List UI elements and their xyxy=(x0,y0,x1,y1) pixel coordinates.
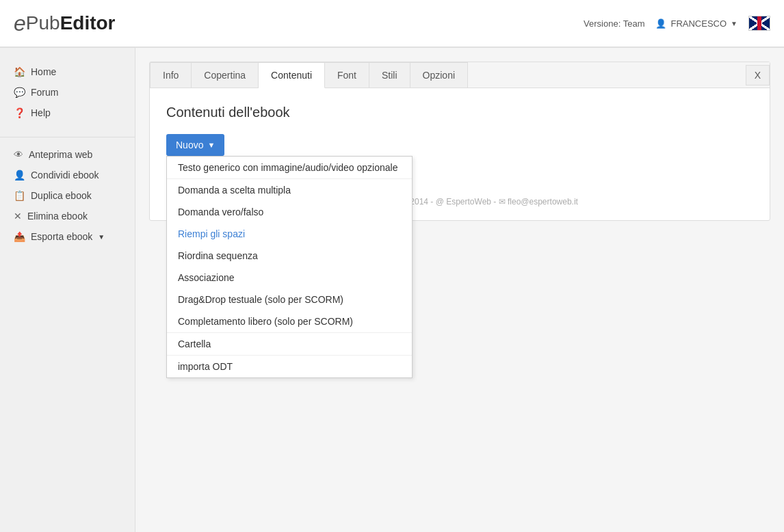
main-content: Info Copertina Contenuti Font Stili Opzi… xyxy=(135,48,784,532)
tab-stili[interactable]: Stili xyxy=(369,62,410,88)
sidebar-item-condividi[interactable]: 👤 Condividi ebook xyxy=(0,165,135,185)
help-icon: ❓ xyxy=(14,107,25,118)
esporta-caret-icon: ▼ xyxy=(98,233,105,241)
dropdown-item-completamento[interactable]: Completamento libero (solo per SCORM) xyxy=(167,310,412,332)
tab-close-button[interactable]: X xyxy=(746,65,770,85)
dropdown-item-riempi-spazi[interactable]: Riempi gli spazi xyxy=(167,223,412,245)
sidebar-bottom-section: 👁 Anteprima web 👤 Condividi ebook 📋 Dupl… xyxy=(0,144,135,247)
home-icon: 🏠 xyxy=(14,66,25,77)
sidebar-item-help[interactable]: ❓ Help xyxy=(0,103,135,123)
user-icon: 👤 xyxy=(655,18,666,29)
user-name: FRANCESCO xyxy=(670,18,727,29)
user-caret-icon: ▼ xyxy=(731,20,737,27)
tab-content-area: Contenuti dell'ebook Nuovo ▼ Testo gener… xyxy=(150,88,770,183)
nuovo-dropdown-menu: Testo generico con immagine/audio/video … xyxy=(166,156,413,378)
dropdown-item-cartella[interactable]: Cartella xyxy=(167,333,412,355)
header: e Pub Editor Versione: Team 👤 FRANCESCO … xyxy=(0,0,784,48)
dropdown-item-importa-odt[interactable]: importa ODT xyxy=(167,356,412,377)
nuovo-label: Nuovo xyxy=(176,139,203,150)
dropdown-item-associazione[interactable]: Associazione xyxy=(167,267,412,289)
dropdown-item-domanda-verofalso[interactable]: Domanda vero/falso xyxy=(167,201,412,223)
language-flag-icon[interactable] xyxy=(748,16,770,31)
esporta-icon: 📤 xyxy=(14,231,25,242)
dropdown-item-riordina[interactable]: Riordina sequenza xyxy=(167,245,412,267)
sidebar-item-duplica[interactable]: 📋 Duplica ebook xyxy=(0,185,135,206)
dropdown-item-dragdrop[interactable]: Drag&Drop testuale (solo per SCORM) xyxy=(167,289,412,310)
sidebar-label-anteprima: Anteprima web xyxy=(29,149,92,160)
dropdown-section-4: importa ODT xyxy=(167,356,412,377)
sidebar-item-esporta[interactable]: 📤 Esporta ebook ▼ xyxy=(0,226,135,247)
nuovo-button[interactable]: Nuovo ▼ xyxy=(166,134,224,156)
nuovo-wrapper: Nuovo ▼ Testo generico con immagine/audi… xyxy=(166,134,224,156)
version-label: Versione: Team xyxy=(584,18,644,29)
sidebar-item-home[interactable]: 🏠 Home xyxy=(0,62,135,82)
sidebar-item-anteprima-web[interactable]: 👁 Anteprima web xyxy=(0,144,135,165)
tab-opzioni[interactable]: Opzioni xyxy=(410,62,468,88)
sidebar-item-elimina[interactable]: ✕ Elimina ebook xyxy=(0,206,135,226)
sidebar-top-section: 🏠 Home 💬 Forum ❓ Help xyxy=(0,62,135,123)
sidebar-divider xyxy=(0,137,135,137)
tabs-bar: Info Copertina Contenuti Font Stili Opzi… xyxy=(150,62,770,88)
sidebar-label-condividi: Condividi ebook xyxy=(31,170,99,181)
dropdown-item-testo-generico[interactable]: Testo generico con immagine/audio/video … xyxy=(167,157,412,178)
logo: e Pub Editor xyxy=(14,11,116,36)
tab-contenuti[interactable]: Contenuti xyxy=(259,62,325,88)
sidebar-label-forum: Forum xyxy=(31,87,58,98)
condividi-icon: 👤 xyxy=(14,170,25,181)
tabs-panel: Info Copertina Contenuti Font Stili Opzi… xyxy=(149,62,770,221)
sidebar-label-home: Home xyxy=(31,66,56,77)
user-menu-button[interactable]: 👤 FRANCESCO ▼ xyxy=(655,18,737,29)
dropdown-section-3: Cartella xyxy=(167,333,412,356)
elimina-icon: ✕ xyxy=(14,211,22,222)
anteprima-icon: 👁 xyxy=(14,149,23,160)
logo-e: e xyxy=(14,11,26,36)
logo-pub: Pub xyxy=(26,12,60,34)
logo-editor: Editor xyxy=(60,12,116,34)
forum-icon: 💬 xyxy=(14,87,25,98)
page-title: Contenuti dell'ebook xyxy=(166,105,753,120)
sidebar-label-esporta: Esporta ebook xyxy=(31,231,92,242)
sidebar-label-help: Help xyxy=(31,107,51,118)
tab-font[interactable]: Font xyxy=(325,62,369,88)
sidebar: 🏠 Home 💬 Forum ❓ Help 👁 Anteprima web 👤 … xyxy=(0,48,135,532)
sidebar-label-elimina: Elimina ebook xyxy=(27,211,88,222)
nuovo-caret-icon: ▼ xyxy=(207,141,215,149)
tab-copertina[interactable]: Copertina xyxy=(192,62,259,88)
header-right: Versione: Team 👤 FRANCESCO ▼ xyxy=(584,16,770,31)
duplica-icon: 📋 xyxy=(14,190,25,201)
dropdown-section-2: Domanda a scelta multipla Domanda vero/f… xyxy=(167,179,412,333)
sidebar-item-forum[interactable]: 💬 Forum xyxy=(0,82,135,103)
dropdown-section-1: Testo generico con immagine/audio/video … xyxy=(167,157,412,179)
sidebar-label-duplica: Duplica ebook xyxy=(31,190,92,201)
tab-info[interactable]: Info xyxy=(150,62,192,88)
dropdown-item-domanda-multipla[interactable]: Domanda a scelta multipla xyxy=(167,179,412,201)
layout: 🏠 Home 💬 Forum ❓ Help 👁 Anteprima web 👤 … xyxy=(0,48,784,532)
